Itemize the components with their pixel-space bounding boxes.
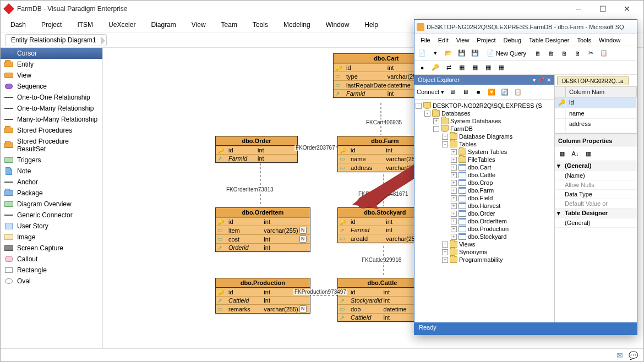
palette-screen-capture[interactable]: Screen Capture — [1, 243, 102, 254]
tree-table-dbo-orderitem[interactable]: +dbo.OrderItem — [451, 217, 553, 225]
tree-system-tables[interactable]: +System Tables — [451, 148, 553, 156]
save-all-icon[interactable]: 💾 — [470, 48, 481, 59]
grid-cell[interactable]: address — [566, 119, 637, 129]
menu-uexceler[interactable]: UeXceler — [102, 19, 142, 31]
expand-icon[interactable]: + — [451, 211, 457, 217]
expand-icon[interactable]: + — [451, 234, 457, 240]
tree-table-dbo-harvest[interactable]: +dbo.Harvest — [451, 202, 553, 210]
script-icon[interactable]: ▦ — [483, 62, 494, 73]
cut-icon[interactable]: ✂ — [585, 48, 596, 59]
collapse-icon[interactable]: - — [433, 126, 439, 132]
expand-icon[interactable]: + — [451, 226, 457, 232]
copy-icon[interactable]: 📋 — [598, 48, 609, 59]
menu-dash[interactable]: Dash — [4, 19, 32, 31]
minimize-button[interactable]: ─ — [566, 1, 591, 17]
palette-anchor[interactable]: Anchor — [1, 177, 102, 188]
tree-table-dbo-field[interactable]: +dbo.Field — [451, 194, 553, 202]
expand-icon[interactable]: + — [451, 180, 457, 186]
palette-sequence[interactable]: Sequence — [1, 81, 102, 92]
expand-icon[interactable]: + — [442, 242, 448, 248]
palette-one-to-one-relationship[interactable]: One-to-One Relationship — [1, 92, 102, 103]
ssms-menu-tools[interactable]: Tools — [573, 36, 595, 45]
tree-server[interactable]: -DESKTOP-NG02R2Q\SQLEXPRESS (S — [416, 102, 553, 109]
table-column[interactable]: 🔑idint — [216, 146, 297, 154]
palette-image[interactable]: Image — [1, 232, 102, 243]
tree-synonyms[interactable]: +Synonyms — [442, 248, 553, 256]
prop-row[interactable]: Allow Nulls — [565, 182, 635, 188]
pin-icon[interactable]: 📌 — [538, 77, 544, 83]
chat-icon[interactable]: 💬 — [629, 351, 638, 360]
menu-modeling[interactable]: Modeling — [277, 19, 317, 31]
expand-icon[interactable]: + — [451, 172, 457, 178]
dropdown-icon[interactable]: ▾ — [533, 77, 536, 83]
table-column[interactable]: 🔑idint — [216, 217, 310, 226]
expand-icon[interactable]: + — [451, 188, 457, 194]
prop-row[interactable]: Data Type — [565, 191, 635, 198]
expand-icon[interactable]: + — [451, 149, 457, 155]
categorize-icon[interactable]: ▦ — [556, 148, 567, 159]
expand-icon[interactable]: + — [451, 157, 457, 163]
tree-table-dbo-cattle[interactable]: +dbo.Cattle — [451, 171, 553, 179]
expand-icon[interactable]: + — [433, 118, 439, 124]
oe-tree[interactable]: -DESKTOP-NG02R2Q\SQLEXPRESS (S-Databases… — [414, 100, 554, 322]
table-column[interactable]: ↗Farmidint — [216, 154, 297, 162]
prop-row[interactable]: Default Value or — [565, 200, 635, 207]
ssms-menu-edit[interactable]: Edit — [434, 36, 452, 45]
menu-tools[interactable]: Tools — [246, 19, 275, 31]
new-query-button[interactable]: 📄 New Query — [483, 48, 530, 59]
table-column[interactable]: ↗Cattleidint — [216, 296, 310, 304]
tb-icon[interactable]: ▦ — [496, 62, 507, 73]
menu-project[interactable]: Project — [35, 19, 68, 31]
tree-filetables[interactable]: +FileTables — [451, 156, 553, 163]
doc-tab[interactable]: DESKTOP-NG02R2Q...a — [557, 76, 629, 85]
save-icon[interactable]: 💾 — [456, 48, 467, 59]
palette-rectangle[interactable]: Rectangle — [1, 265, 102, 276]
tb-icon[interactable]: 🗎 — [532, 48, 543, 59]
tree-tables[interactable]: -Tables — [442, 140, 553, 148]
table-column[interactable]: ▭costintN — [216, 234, 310, 243]
open-icon[interactable]: 📂 — [443, 48, 454, 59]
table-column[interactable]: ↗Stockyardidint — [338, 296, 427, 304]
ssms-menu-window[interactable]: Window — [595, 36, 624, 45]
check-icon[interactable]: ▦ — [470, 62, 481, 73]
palette-diagram-overview[interactable]: Diagram Overview — [1, 199, 102, 210]
palette-package[interactable]: Package — [1, 188, 102, 199]
collapse-icon[interactable]: ▾ — [557, 162, 565, 169]
tb-icon[interactable]: 🗎 — [572, 48, 583, 59]
menu-help[interactable]: Help — [358, 19, 385, 31]
table-column[interactable]: ▭itemvarchar(255)N — [216, 226, 310, 234]
oe-icon[interactable]: 🖥 — [460, 86, 471, 97]
props-icon[interactable]: ▦ — [583, 148, 594, 159]
ssms-menu-project[interactable]: Project — [473, 36, 499, 45]
menu-diagram[interactable]: Diagram — [144, 19, 182, 31]
table-column[interactable]: ↗Orderidint — [216, 243, 310, 251]
expand-icon[interactable]: + — [451, 203, 457, 209]
palette-view[interactable]: View — [1, 70, 102, 81]
filter-icon[interactable]: 🔽 — [486, 86, 497, 97]
palette-oval[interactable]: Oval — [1, 276, 102, 287]
table-column[interactable]: 🔑idint — [338, 288, 427, 296]
table-column[interactable]: ↗Cattleidint — [338, 313, 427, 321]
tree-db-diagrams[interactable]: +Database Diagrams — [442, 133, 553, 140]
collapse-icon[interactable]: - — [416, 103, 422, 109]
expand-icon[interactable]: + — [451, 164, 457, 171]
stop-icon[interactable]: ■ — [473, 86, 484, 97]
key-icon[interactable]: 🔑 — [430, 62, 441, 73]
palette-many-to-many-relationship[interactable]: Many-to-Many Relationship — [1, 114, 102, 125]
grid-cell[interactable]: id — [566, 97, 637, 108]
expand-icon[interactable]: + — [451, 195, 457, 201]
palette-callout[interactable]: Callout — [1, 254, 102, 265]
tree-table-dbo-cart[interactable]: +dbo.Cart — [451, 163, 553, 171]
palette-note[interactable]: Note — [1, 166, 102, 177]
collapse-icon[interactable]: - — [424, 111, 430, 117]
tree-table-dbo-farm[interactable]: +dbo.Farm — [451, 187, 553, 194]
er-table[interactable]: dbo.OrderItem🔑idint▭itemvarchar(255)N▭co… — [215, 207, 310, 252]
collapse-icon[interactable]: - — [442, 141, 448, 147]
palette-user-story[interactable]: User Story — [1, 221, 102, 232]
expand-icon[interactable]: + — [442, 257, 448, 263]
expand-icon[interactable]: + — [451, 218, 457, 224]
menu-window[interactable]: Window — [319, 19, 356, 31]
table-column[interactable]: ▭dobdatetimeN — [338, 304, 427, 313]
columns-grid[interactable]: Column Nam 🔑id name address — [555, 87, 637, 134]
palette-cursor[interactable]: ⮡Cursor — [1, 48, 102, 59]
